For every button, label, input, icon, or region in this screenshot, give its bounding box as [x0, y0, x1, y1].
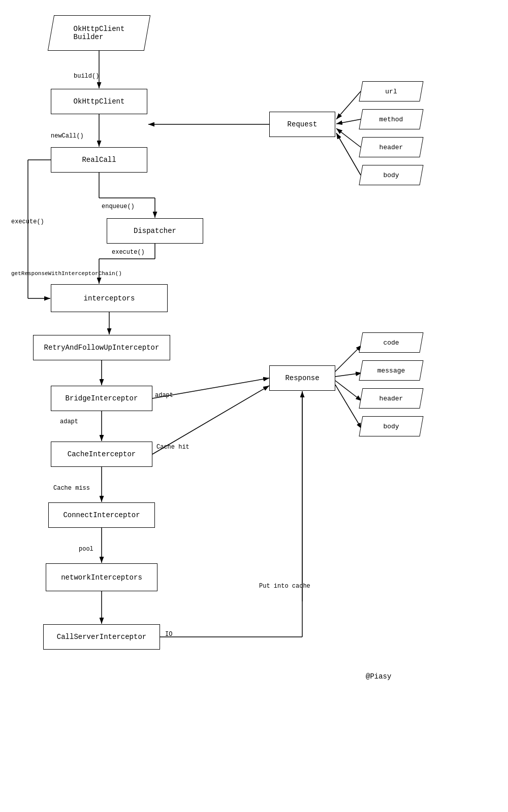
body-req-node: body [361, 165, 422, 185]
builder-node: OkHttpClient Builder [51, 15, 147, 51]
dispatcher-label: Dispatcher [134, 227, 176, 235]
cache-interceptor-label: CacheInterceptor [68, 450, 136, 458]
body-res-node: body [361, 416, 422, 436]
enqueue-label: enqueue() [102, 203, 135, 210]
network-interceptors-node: networkInterceptors [46, 563, 157, 591]
cache-interceptor-node: CacheInterceptor [51, 442, 152, 467]
okhttp-client-label: OkHttpClient [74, 97, 125, 106]
header-res-label: header [379, 395, 403, 402]
header-req-label: header [379, 144, 403, 151]
method-label: method [379, 116, 403, 123]
svg-line-23 [336, 133, 361, 175]
svg-line-24 [335, 345, 362, 371]
author-label: @Piasy [366, 672, 391, 681]
interceptors-label: interceptors [84, 294, 135, 302]
diagram-container: OkHttpClient Builder build() OkHttpClien… [0, 0, 508, 812]
svg-line-22 [336, 128, 361, 147]
connect-interceptor-node: ConnectInterceptor [48, 502, 155, 528]
connect-interceptor-label: ConnectInterceptor [63, 511, 140, 519]
dispatcher-node: Dispatcher [107, 218, 203, 244]
io-label: IO [165, 631, 172, 638]
message-node: message [361, 360, 422, 381]
request-node: Request [269, 112, 335, 137]
cache-miss-label: Cache miss [53, 485, 90, 492]
svg-line-26 [335, 381, 362, 401]
body-res-label: body [383, 423, 399, 430]
code-node: code [361, 332, 422, 353]
execute-left-label: execute() [11, 218, 44, 225]
interceptors-node: interceptors [51, 284, 168, 312]
header-res-node: header [361, 388, 422, 409]
pool-label: pool [79, 546, 93, 553]
network-interceptors-label: networkInterceptors [61, 573, 142, 582]
cache-hit-label: Cache hit [156, 444, 189, 451]
response-label: Response [285, 374, 319, 382]
adapt-right-label: adapt [155, 392, 173, 399]
retry-interceptor-node: RetryAndFollowUpInterceptor [33, 335, 170, 360]
response-node: Response [269, 365, 335, 391]
header-req-node: header [361, 137, 422, 157]
builder-label: OkHttpClient Builder [74, 25, 125, 41]
url-label: url [385, 88, 397, 95]
svg-line-21 [336, 119, 361, 124]
svg-line-20 [336, 91, 361, 119]
adapt-left-label: adapt [60, 418, 78, 425]
bridge-interceptor-label: BridgeInterceptor [66, 394, 138, 402]
message-label: message [377, 367, 405, 375]
callserver-interceptor-label: CallServerInterceptor [57, 633, 146, 641]
execute-right-label: execute() [112, 249, 145, 256]
svg-line-25 [335, 373, 362, 377]
url-node: url [361, 81, 422, 101]
new-call-label: newCall() [51, 132, 84, 140]
callserver-interceptor-node: CallServerInterceptor [43, 624, 160, 650]
request-label: Request [288, 120, 318, 128]
put-into-cache-label: Put into cache [259, 583, 310, 590]
retry-interceptor-label: RetryAndFollowUpInterceptor [44, 344, 160, 352]
body-req-label: body [383, 172, 399, 179]
bridge-interceptor-node: BridgeInterceptor [51, 386, 152, 411]
real-call-node: RealCall [51, 147, 147, 173]
code-label: code [383, 339, 399, 347]
real-call-label: RealCall [82, 156, 116, 164]
okhttp-client-node: OkHttpClient [51, 89, 147, 114]
get-response-label: getResponseWithInterceptorChain() [11, 270, 122, 277]
method-node: method [361, 109, 422, 129]
build-label: build() [74, 73, 99, 80]
svg-line-27 [335, 385, 362, 429]
